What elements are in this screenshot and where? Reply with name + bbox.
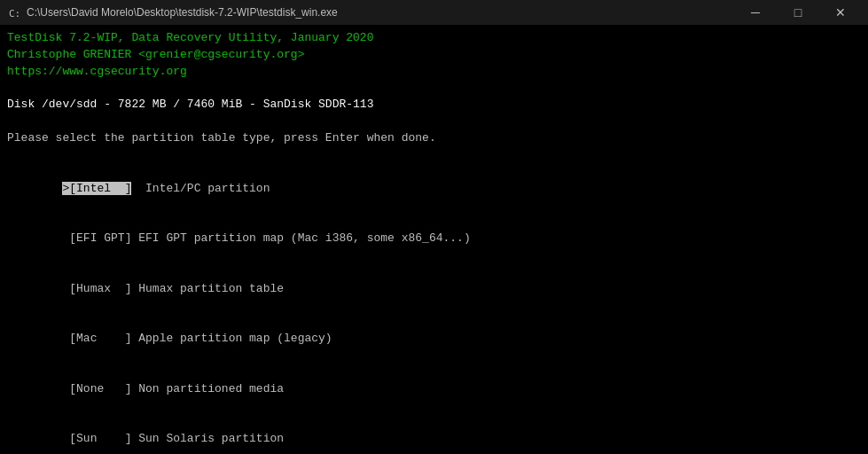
option-mac[interactable]: [Mac ] Apple partition map (legacy) [7,314,861,364]
application-window: C:\ C:\Users\David Morelo\Desktop\testdi… [0,0,868,454]
app-icon: C:\ [7,5,21,20]
header-line-2: Christophe GRENIER <grenier@cgsecurity.o… [7,47,861,64]
close-button[interactable]: ✕ [820,0,861,25]
option-efi[interactable]: [EFI GPT] EFI GPT partition map (Mac i38… [7,214,861,264]
title-bar: C:\ C:\Users\David Morelo\Desktop\testdi… [0,0,868,25]
option-intel-key: >[Intel ] [62,182,131,195]
window-controls: ─ □ ✕ [735,0,861,25]
prompt-text: Please select the partition table type, … [7,130,861,147]
minimize-button[interactable]: ─ [735,0,776,25]
option-intel-desc: Intel/PC partition [131,182,270,195]
options-list: >[Intel ] Intel/PC partition [EFI GPT] E… [7,164,861,454]
title-bar-text: C:\Users\David Morelo\Desktop\testdisk-7… [27,6,735,19]
svg-text:C:\: C:\ [9,8,21,20]
maximize-button[interactable]: □ [778,0,818,25]
option-none[interactable]: [None ] Non partitioned media [7,364,861,415]
disk-info: Disk /dev/sdd - 7822 MB / 7460 MiB - San… [7,97,861,114]
option-intel[interactable]: >[Intel ] Intel/PC partition [7,164,861,215]
option-humax[interactable]: [Humax ] Humax partition table [7,264,861,315]
option-sun[interactable]: [Sun ] Sun Solaris partition [7,414,861,454]
header-line-1: TestDisk 7.2-WIP, Data Recovery Utility,… [7,30,861,47]
console-output: TestDisk 7.2-WIP, Data Recovery Utility,… [0,25,868,454]
header-line-3: https://www.cgsecurity.org [7,64,861,81]
